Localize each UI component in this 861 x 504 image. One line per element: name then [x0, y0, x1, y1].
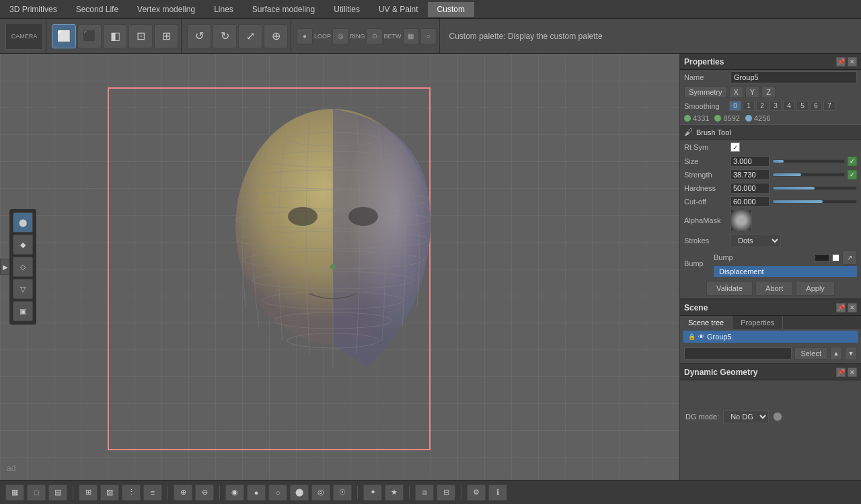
viewport-ad-label: ad: [7, 464, 15, 473]
camera-button[interactable]: CAMERA: [5, 23, 43, 50]
menu-item-uv-&-paint[interactable]: UV & Paint: [369, 2, 428, 17]
status-view4-button[interactable]: ⬤: [290, 485, 309, 501]
scene-group5-item[interactable]: 🔒 👁 Group5: [683, 331, 858, 343]
status-view6-button[interactable]: ☉: [333, 485, 352, 501]
status-view2-button[interactable]: ●: [247, 485, 266, 501]
status-split-button[interactable]: ▤: [48, 485, 67, 501]
scene-panel-controls: 📌 ✕: [836, 303, 857, 312]
sym-x-button[interactable]: X: [729, 86, 743, 98]
view-front-button[interactable]: ⬛: [77, 24, 102, 48]
apply-button[interactable]: Apply: [796, 281, 835, 296]
tab-scene-tree[interactable]: Scene tree: [680, 316, 733, 329]
menu-item-3d-primitives[interactable]: 3D Primitives: [0, 2, 67, 17]
viewport[interactable]: ▶ ⬤ ◆ ◇ ▽ ▣: [0, 54, 679, 480]
hardness-slider[interactable]: [772, 186, 857, 190]
scene-arrow-down-button[interactable]: ▼: [845, 347, 857, 360]
left-tool-1[interactable]: ⬤: [13, 212, 33, 233]
cutoff-slider[interactable]: [772, 200, 857, 204]
transform-button-4[interactable]: ⊕: [264, 24, 288, 48]
status-add-button[interactable]: ⊕: [174, 485, 192, 501]
status-wire-button[interactable]: ≡: [143, 485, 162, 501]
sym-y-button[interactable]: Y: [745, 86, 759, 98]
status-render1-button[interactable]: ✦: [363, 485, 382, 501]
status-tool1-button[interactable]: ⧈: [415, 485, 434, 501]
status-remove-button[interactable]: ⊖: [195, 485, 214, 501]
cutoff-input[interactable]: [731, 196, 770, 207]
menu-item-lines[interactable]: Lines: [204, 2, 243, 17]
scene-select-button[interactable]: Select: [794, 347, 827, 360]
status-render2-button[interactable]: ★: [385, 485, 404, 501]
smoothing-3[interactable]: 3: [770, 101, 782, 111]
strength-check[interactable]: ✓: [848, 170, 857, 179]
alphamask-preview[interactable]: [731, 210, 752, 231]
scene-pin-button[interactable]: 📌: [836, 303, 846, 312]
bump-color-swatch[interactable]: [815, 254, 829, 261]
smoothing-0[interactable]: 0: [729, 101, 741, 111]
status-snap-button[interactable]: ⊞: [79, 485, 98, 501]
dg-close-button[interactable]: ✕: [848, 368, 857, 377]
select-ring[interactable]: ◎: [332, 28, 348, 44]
dg-pin-button[interactable]: 📌: [836, 368, 846, 377]
view-side-button[interactable]: ◧: [103, 24, 127, 48]
abort-button[interactable]: Abort: [755, 281, 793, 296]
symmetry-button[interactable]: Symmetry: [684, 86, 727, 98]
menu-item-utilities[interactable]: Utilities: [324, 2, 369, 17]
sym-z-button[interactable]: Z: [761, 86, 776, 98]
smoothing-1[interactable]: 1: [743, 101, 755, 111]
status-settings-button[interactable]: ⚙: [467, 485, 486, 501]
status-view1-button[interactable]: ◉: [225, 485, 244, 501]
properties-pin-button[interactable]: 📌: [836, 57, 846, 67]
displacement-button[interactable]: Displacement: [714, 266, 857, 277]
left-tool-4[interactable]: ▽: [13, 279, 33, 299]
size-slider[interactable]: [772, 159, 845, 163]
strength-slider[interactable]: [772, 173, 845, 177]
scene-close-button[interactable]: ✕: [848, 303, 857, 312]
properties-close-button[interactable]: ✕: [848, 57, 857, 67]
select-between[interactable]: ⊙: [367, 28, 383, 44]
status-mode-button[interactable]: ⋮: [122, 485, 141, 501]
menu-item-vertex-modeling[interactable]: Vertex modeling: [128, 2, 204, 17]
size-input[interactable]: [731, 156, 770, 167]
menu-item-custom[interactable]: Custom: [428, 2, 474, 17]
view-perspective-button[interactable]: ⬜: [52, 24, 76, 48]
smoothing-6[interactable]: 6: [810, 101, 822, 111]
menu-item-second-life[interactable]: Second Life: [67, 2, 128, 17]
left-tool-2[interactable]: ◆: [13, 235, 33, 255]
smoothing-7[interactable]: 7: [823, 101, 835, 111]
smoothing-4[interactable]: 4: [783, 101, 795, 111]
select-loop[interactable]: ●: [297, 28, 313, 44]
status-mesh-button[interactable]: ▨: [100, 485, 119, 501]
view-top-button[interactable]: ⊡: [128, 24, 153, 48]
ring-label: RING: [350, 33, 365, 40]
status-frame-button[interactable]: □: [27, 485, 46, 501]
size-check[interactable]: ✓: [848, 157, 857, 166]
strokes-select[interactable]: Dots Lines Airbrush: [731, 234, 781, 247]
view-quad-button[interactable]: ⊞: [154, 24, 178, 48]
strength-input[interactable]: [731, 169, 770, 180]
transform-button-3[interactable]: ⤢: [238, 24, 262, 48]
scene-arrow-up-button[interactable]: ▲: [830, 347, 842, 360]
smoothing-2[interactable]: 2: [756, 101, 768, 111]
rt-sym-checkbox[interactable]: ✓: [731, 142, 740, 152]
status-view3-button[interactable]: ○: [268, 485, 287, 501]
bump-action-button[interactable]: ↗: [842, 250, 857, 265]
status-view5-button[interactable]: ◎: [311, 485, 330, 501]
menu-item-surface-modeling[interactable]: Surface modeling: [243, 2, 324, 17]
smoothing-5[interactable]: 5: [796, 101, 809, 111]
select-mode1[interactable]: ▦: [403, 28, 419, 44]
validate-button[interactable]: Validate: [706, 281, 753, 296]
status-tool2-button[interactable]: ⊟: [437, 485, 455, 501]
left-tool-3[interactable]: ◇: [13, 257, 33, 277]
scene-search-input[interactable]: [684, 347, 792, 360]
tab-properties[interactable]: Properties: [733, 316, 783, 329]
transform-button-1[interactable]: ↺: [187, 24, 211, 48]
hardness-input[interactable]: [731, 183, 770, 194]
select-mode2[interactable]: ○: [420, 28, 437, 44]
transform-button-2[interactable]: ↻: [213, 24, 237, 48]
left-tool-5[interactable]: ▣: [13, 301, 33, 321]
status-info-button[interactable]: ℹ: [488, 485, 507, 501]
bump-white-swatch[interactable]: [832, 254, 839, 261]
dg-mode-select[interactable]: No DG Low Mid High: [723, 410, 769, 423]
status-grid-button[interactable]: ▦: [5, 485, 24, 501]
name-input[interactable]: [731, 71, 857, 83]
